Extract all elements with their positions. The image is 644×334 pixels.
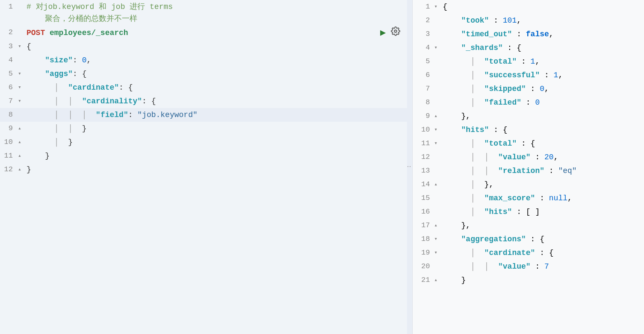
table-row: 9▴ }, [413, 109, 644, 123]
table-row: 19▾ │ "cardinate" : { [413, 246, 644, 260]
result-line-number: 15 [413, 192, 434, 204]
result-fold-icon[interactable]: ▾ [434, 42, 440, 54]
result-line-number: 17 [413, 220, 434, 231]
table-row: 4▾ "_shards" : { [413, 41, 644, 55]
result-line-number: 10 [413, 124, 434, 136]
line-number: 11 [0, 150, 18, 162]
result-panel: 1▾{2 "took" : 101,3 "timed_out" : false,… [412, 0, 644, 334]
result-line-number: 9 [413, 110, 434, 122]
result-line-content: │ "skipped" : 0, [441, 83, 644, 95]
table-row: 5▾ "aggs": { [0, 67, 407, 81]
result-line-content: { [441, 1, 644, 13]
result-line-number: 5 [413, 56, 434, 67]
line-content: │ │ "cardinality": { [25, 95, 407, 107]
fold-icon[interactable]: ▾ [18, 68, 24, 80]
settings-icon[interactable] [391, 26, 400, 39]
table-row: 10▴ │ } [0, 135, 407, 149]
table-row: 4 "size": 0, [0, 53, 407, 67]
table-row: 8 │ │ │ "field": "job.keyword" [0, 108, 407, 122]
table-row: 12 │ │ "value" : 20, [413, 150, 644, 164]
play-button[interactable]: ▶ [380, 27, 386, 38]
table-row: 6▾ │ "cardinate": { [0, 81, 407, 94]
result-line-number: 12 [413, 151, 434, 163]
table-row: 7 │ "skipped" : 0, [413, 82, 644, 96]
table-row: 17▴ }, [413, 219, 644, 232]
table-row: 3 "timed_out" : false, [413, 27, 644, 41]
result-line-content: │ }, [441, 179, 644, 190]
result-line-number: 7 [413, 83, 434, 95]
result-line-content: │ "successful" : 1, [441, 69, 644, 81]
editor-code-area[interactable]: 1# 对job.keyword 和 job 进行 terms 聚合，分桶的总数并… [0, 0, 407, 334]
table-row: 2POST employees/_search▶ [0, 26, 407, 40]
table-row: 11▴ } [0, 149, 407, 163]
svg-point-0 [395, 30, 397, 32]
result-line-number: 19 [413, 247, 434, 259]
line-number: 2 [0, 26, 18, 38]
table-row: 6 │ "successful" : 1, [413, 68, 644, 82]
line-number: 8 [0, 109, 18, 121]
line-number: 5 [0, 68, 18, 80]
result-fold-icon[interactable]: ▾ [434, 233, 440, 245]
result-line-content: "timed_out" : false, [441, 28, 644, 40]
result-line-number: 14 [413, 179, 434, 190]
result-line-number: 18 [413, 233, 434, 245]
result-line-number: 20 [413, 261, 434, 272]
result-fold-icon[interactable]: ▾ [434, 247, 440, 259]
line-number: 1 [0, 1, 18, 13]
result-fold-icon[interactable]: ▴ [434, 274, 440, 286]
line-content: # 对job.keyword 和 job 进行 terms 聚合，分桶的总数并不… [25, 1, 407, 25]
result-line-content: "_shards" : { [441, 42, 644, 54]
result-fold-icon[interactable]: ▾ [434, 1, 440, 13]
result-fold-icon[interactable]: ▴ [434, 110, 440, 122]
line-content: │ "cardinate": { [25, 82, 407, 94]
table-row: 13 │ │ "relation" : "eq" [413, 164, 644, 178]
result-fold-icon[interactable]: ▾ [434, 124, 440, 136]
result-line-content: "took" : 101, [441, 15, 644, 26]
result-fold-icon[interactable]: ▴ [434, 220, 440, 231]
table-row: 18▾ "aggregations" : { [413, 232, 644, 246]
line-content: } [25, 150, 407, 162]
result-fold-icon[interactable]: ▴ [434, 179, 440, 190]
fold-icon[interactable]: ▴ [18, 123, 24, 135]
fold-icon[interactable]: ▴ [18, 164, 24, 176]
table-row: 15 │ "max_score" : null, [413, 191, 644, 205]
line-content: "size": 0, [25, 54, 407, 66]
result-line-number: 11 [413, 138, 434, 149]
result-line-number: 3 [413, 28, 434, 40]
fold-icon[interactable]: ▾ [18, 82, 24, 94]
result-code-area[interactable]: 1▾{2 "took" : 101,3 "timed_out" : false,… [413, 0, 644, 334]
result-line-content: "hits" : { [441, 124, 644, 136]
table-row: 20 │ │ "value" : 7 [413, 260, 644, 273]
table-row: 5 │ "total" : 1, [413, 55, 644, 68]
table-row: 9▴ │ │ } [0, 122, 407, 135]
result-line-number: 13 [413, 165, 434, 177]
toolbar-icons: ▶ [380, 26, 407, 39]
result-line-number: 8 [413, 97, 434, 108]
line-number: 12 [0, 164, 18, 176]
line-content: "aggs": { [25, 68, 407, 80]
table-row: 1# 对job.keyword 和 job 进行 terms 聚合，分桶的总数并… [0, 0, 407, 26]
table-row: 2 "took" : 101, [413, 14, 644, 27]
table-row: 1▾{ [413, 0, 644, 14]
line-number: 3 [0, 41, 18, 53]
fold-icon[interactable]: ▴ [18, 136, 24, 148]
result-fold-icon[interactable]: ▾ [434, 138, 440, 149]
line-content: { [25, 41, 407, 53]
fold-icon[interactable]: ▾ [18, 41, 24, 53]
result-line-number: 2 [413, 15, 434, 26]
table-row: 14▴ │ }, [413, 178, 644, 191]
editor-panel: 1# 对job.keyword 和 job 进行 terms 聚合，分桶的总数并… [0, 0, 407, 334]
line-content: } [25, 164, 407, 176]
result-line-number: 6 [413, 69, 434, 81]
line-content: │ │ } [25, 123, 407, 135]
result-line-number: 21 [413, 274, 434, 286]
result-line-content: }, [441, 110, 644, 122]
table-row: 3▾{ [0, 40, 407, 53]
result-line-content: } [441, 274, 644, 286]
fold-icon[interactable]: ▴ [18, 150, 24, 162]
line-with-icons: POST employees/_search▶ [25, 26, 407, 39]
fold-icon[interactable]: ▾ [18, 95, 24, 107]
line-number: 9 [0, 123, 18, 135]
result-line-number: 16 [413, 206, 434, 218]
line-content: POST employees/_search [25, 27, 380, 39]
